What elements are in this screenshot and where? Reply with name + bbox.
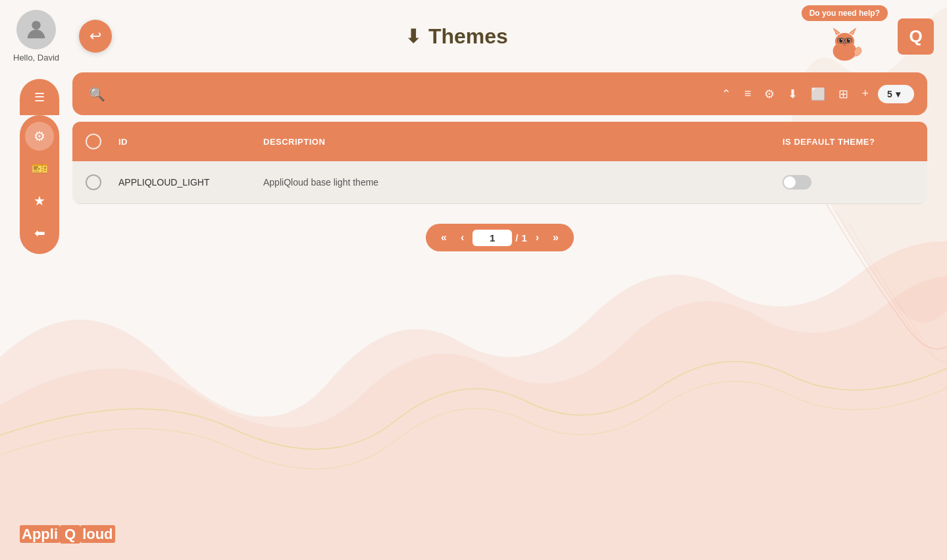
logo-highlight: Q	[60, 525, 80, 544]
expand-button[interactable]: ⬜	[807, 83, 829, 105]
dropdown-chevron-icon: ▾	[896, 89, 900, 99]
svg-point-14	[844, 43, 846, 44]
table-header: ID DESCRIPTION IS DEFAULT THEME?	[72, 122, 927, 161]
page-input[interactable]	[479, 232, 505, 243]
sidebar-item-settings[interactable]: ⚙	[25, 122, 54, 151]
bottom-logo: AppliQloud	[20, 525, 115, 544]
star-icon: ★	[34, 193, 45, 209]
header-right: Do you need help?	[802, 5, 934, 67]
th-select	[86, 134, 105, 149]
collapse-icon: ⌃	[721, 87, 731, 101]
default-theme-toggle[interactable]	[782, 175, 811, 190]
svg-point-8	[847, 39, 850, 43]
search-input[interactable]	[115, 88, 711, 100]
download-button[interactable]: ⬇	[784, 83, 802, 105]
td-description: AppliQloud base light theme	[263, 177, 769, 188]
settings-icon: ⚙	[34, 128, 45, 144]
page-input-container	[473, 230, 512, 246]
columns-icon: ⊞	[838, 87, 848, 101]
hello-text: Hello, David	[13, 53, 59, 63]
pagination: « ‹ / 1 › »	[72, 224, 927, 251]
svg-point-9	[841, 39, 842, 40]
download-icon: ⬇	[405, 26, 421, 47]
add-button[interactable]: +	[857, 83, 873, 105]
header: Hello, David ↩ ⬇ Themes Do you need help…	[0, 0, 947, 72]
filter-button[interactable]: ≡	[740, 83, 755, 105]
total-pages: 1	[521, 232, 526, 243]
filter-icon: ≡	[744, 87, 752, 101]
svg-point-10	[848, 39, 850, 40]
back-icon: ↩	[90, 28, 101, 45]
download-icon: ⬇	[788, 87, 798, 101]
first-page-button[interactable]: «	[436, 229, 452, 246]
td-is-default	[782, 175, 914, 190]
page-title: ⬇ Themes	[112, 24, 802, 49]
td-select	[86, 174, 105, 190]
per-page-value: 5	[887, 89, 892, 99]
svg-point-0	[32, 21, 40, 30]
toolbar-actions: ⌃ ≡ ⚙ ⬇ ⬜ ⊞ + 5 ▾	[717, 83, 914, 105]
last-page-button[interactable]: »	[548, 229, 564, 246]
svg-point-15	[835, 42, 840, 45]
per-page-dropdown[interactable]: 5 ▾	[878, 85, 914, 103]
sidebar-item-logout[interactable]: ⬅	[25, 218, 54, 247]
logo-text-before: Appli	[20, 525, 60, 543]
sidebar-item-themes[interactable]: 🎫	[25, 154, 54, 183]
main-content: 🔍 ⌃ ≡ ⚙ ⬇ ⬜ ⊞ +	[72, 72, 927, 251]
select-all-checkbox[interactable]	[86, 134, 101, 149]
tickets-icon: 🎫	[32, 161, 48, 176]
q-logo[interactable]: Q	[898, 18, 934, 55]
svg-point-16	[849, 42, 854, 45]
table-container: ID DESCRIPTION IS DEFAULT THEME? APPLIQL…	[72, 122, 927, 204]
sidebar-item-menu[interactable]: ☰	[20, 79, 59, 115]
th-description: DESCRIPTION	[263, 137, 769, 147]
page-separator: /	[515, 232, 518, 243]
sidebar: ☰ ⚙ 🎫 ★ ⬅	[20, 79, 59, 254]
fox-mascot	[823, 24, 866, 67]
help-container: Do you need help?	[802, 5, 888, 67]
row-checkbox[interactable]	[86, 174, 101, 190]
search-icon: 🔍	[89, 87, 105, 101]
q-letter: Q	[909, 26, 922, 47]
toolbar: 🔍 ⌃ ≡ ⚙ ⬇ ⬜ ⊞ +	[72, 72, 927, 115]
settings-button[interactable]: ⚙	[760, 83, 779, 105]
logout-icon: ⬅	[34, 225, 45, 241]
sidebar-pill: ⚙ 🎫 ★ ⬅	[20, 115, 59, 254]
add-icon: +	[861, 87, 869, 101]
logo-text-after: loud	[80, 525, 115, 543]
search-button[interactable]: 🔍	[86, 83, 109, 105]
td-id: APPLIQLOUD_LIGHT	[118, 177, 250, 188]
th-is-default: IS DEFAULT THEME?	[782, 137, 914, 147]
collapse-button[interactable]: ⌃	[717, 83, 735, 105]
gear-icon: ⚙	[764, 87, 775, 101]
table-row: APPLIQLOUD_LIGHT AppliQloud base light t…	[72, 161, 927, 204]
expand-icon: ⬜	[811, 87, 825, 101]
prev-page-button[interactable]: ‹	[455, 229, 469, 246]
th-id: ID	[118, 137, 250, 147]
columns-button[interactable]: ⊞	[834, 83, 852, 105]
next-page-button[interactable]: ›	[530, 229, 544, 246]
help-tooltip[interactable]: Do you need help?	[802, 5, 888, 21]
user-section: Hello, David	[13, 10, 59, 63]
back-button[interactable]: ↩	[79, 20, 112, 53]
menu-icon: ☰	[34, 90, 45, 105]
svg-point-7	[839, 39, 842, 43]
sidebar-item-favorites[interactable]: ★	[25, 186, 54, 215]
avatar[interactable]	[16, 10, 56, 49]
pagination-pill: « ‹ / 1 › »	[426, 224, 574, 251]
